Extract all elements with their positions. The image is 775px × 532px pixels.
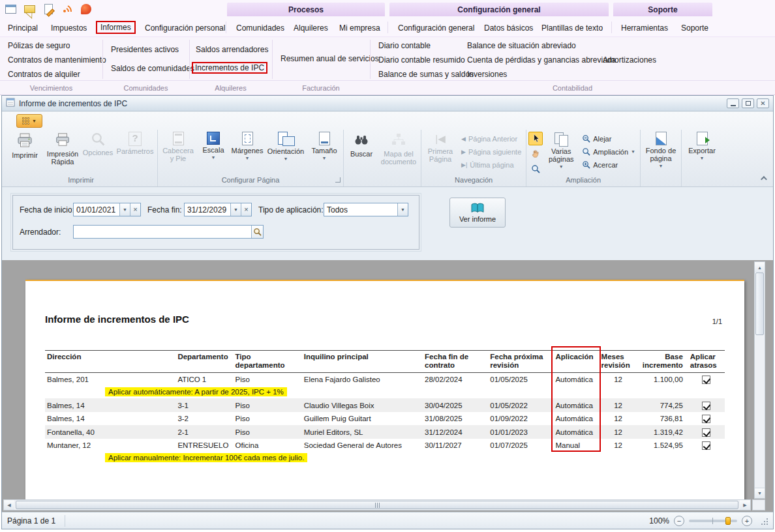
zoom-slider-thumb[interactable]	[725, 517, 731, 525]
menu-item-amortizaciones[interactable]: Amortizaciones	[600, 54, 659, 66]
tab-configuracion-personal[interactable]: Configuración personal	[141, 22, 229, 35]
options-button[interactable]: Opciones	[82, 130, 114, 175]
scroll-down-icon[interactable]: ▼	[755, 488, 765, 498]
orientation-button[interactable]: Orientación ▼	[266, 130, 306, 175]
menu-item-balance-de-situacion-abreviado[interactable]: Balance de situación abreviado	[464, 40, 579, 52]
fecha-inicio-clear-icon[interactable]: ×	[130, 203, 140, 216]
menu-item-polizas-de-seguro[interactable]: Pólizas de seguro	[5, 40, 72, 52]
menu-item-contratos-de-mantenimiento[interactable]: Contratos de mantenimiento	[5, 54, 109, 66]
size-button[interactable]: Tamaño ▼	[307, 130, 341, 175]
horizontal-scrollbar[interactable]: ◀ ▶	[3, 499, 751, 510]
parameters-button[interactable]: ? Parámetros	[115, 130, 155, 175]
minimize-button[interactable]	[727, 98, 739, 108]
tab-impuestos[interactable]: Impuestos	[47, 22, 91, 35]
print-button[interactable]: Imprimir	[7, 130, 43, 175]
col-fecha-fin-contrato: Fecha fin de contrato	[423, 351, 488, 373]
page-background-button[interactable]: Fondo de página ▼	[643, 130, 679, 175]
menu-item-cuenta-de-perdidas-y-ganancias[interactable]: Cuenta de pérdidas y ganancias abreviada	[464, 54, 618, 66]
scale-button[interactable]: Escala ▼	[198, 130, 229, 175]
close-button[interactable]: ✕	[757, 98, 769, 108]
aplicar-atrasos-checkbox[interactable]	[702, 441, 710, 450]
maximize-button[interactable]	[742, 98, 754, 108]
context-group-procesos: Procesos	[227, 3, 385, 16]
tab-mi-empresa[interactable]: Mi empresa	[335, 22, 384, 35]
aplicar-atrasos-checkbox[interactable]	[702, 402, 710, 410]
aplicar-atrasos-checkbox[interactable]	[702, 428, 710, 437]
tab-configuracion-general[interactable]: Configuración general	[394, 22, 478, 35]
horizontal-scroll-thumb[interactable]	[16, 501, 738, 509]
ver-informe-button[interactable]: Ver informe	[449, 198, 506, 228]
document-map-button[interactable]: Mapa del documento	[378, 130, 419, 175]
menu-item-resumen-anual-de-servicios[interactable]: Resumen anual de servicios	[278, 53, 382, 65]
tab-comunidades[interactable]: Comunidades	[232, 22, 288, 35]
tab-soporte[interactable]: Soporte	[677, 22, 712, 35]
dialog-launcher-icon[interactable]	[335, 177, 341, 183]
group-label-empty-1	[346, 175, 419, 185]
report-app-menu-button[interactable]: ▼	[16, 114, 42, 128]
header-footer-button[interactable]: Cabecera y Pie	[160, 130, 196, 175]
hand-tool-button[interactable]	[528, 147, 543, 160]
previous-page-button[interactable]: ◀ Página Anterior	[459, 133, 524, 144]
arrendador-input[interactable]	[73, 225, 264, 239]
fecha-inicio-dropdown-icon[interactable]: ▼	[119, 203, 130, 216]
col-meses-revision: Meses revisión	[600, 351, 637, 373]
multiple-pages-button[interactable]: Varias páginas ▼	[544, 130, 578, 175]
zoom-out-icon[interactable]: −	[674, 516, 684, 526]
menu-item-balance-de-sumas-y-saldos[interactable]: Balance de sumas y saldos	[376, 68, 476, 80]
next-page-button[interactable]: ▶ Página siguiente	[459, 146, 524, 157]
collapse-ribbon-button[interactable]	[757, 173, 768, 183]
zoom-tool-button[interactable]	[528, 162, 543, 175]
arrendador-search-icon[interactable]	[251, 226, 263, 238]
quick-print-button[interactable]: Impresión Rápida	[44, 130, 81, 175]
tipo-aplicacion-select[interactable]: Todos ▼	[324, 203, 408, 216]
edit-document-icon[interactable]	[42, 3, 55, 16]
vertical-scrollbar[interactable]: ▲ ▼	[754, 261, 765, 499]
menu-item-saldos-de-comunidades[interactable]: Saldos de comunidades	[108, 63, 197, 74]
window-icon[interactable]	[4, 3, 17, 16]
tab-plantillas-de-texto[interactable]: Plantillas de texto	[538, 22, 607, 35]
window-title: Informe de incrementos de IPC	[19, 99, 127, 108]
aplicar-atrasos-checkbox[interactable]	[702, 376, 710, 384]
menu-item-inversiones[interactable]: Inversiones	[464, 68, 509, 80]
broadcast-icon[interactable]	[61, 3, 74, 16]
scroll-up-icon[interactable]: ▲	[755, 262, 765, 273]
menu-item-diario-contable-resumido[interactable]: Diario contable resumido	[376, 54, 468, 66]
menu-item-diario-contable[interactable]: Diario contable	[376, 40, 433, 52]
aplicar-atrasos-checkbox[interactable]	[702, 415, 710, 423]
chevron-up-icon	[760, 175, 767, 182]
tab-informes[interactable]: Informes	[96, 21, 136, 34]
tab-herramientas[interactable]: Herramientas	[617, 22, 672, 35]
col-direccion: Dirección	[45, 351, 175, 373]
menu-item-contratos-de-alquiler[interactable]: Contratos de alquiler	[5, 68, 83, 80]
vertical-scroll-thumb[interactable]	[755, 273, 764, 335]
brand-icon[interactable]	[80, 3, 93, 16]
tipo-aplicacion-dropdown-icon[interactable]: ▼	[397, 203, 408, 216]
menu-item-presidentes-activos[interactable]: Presidentes activos	[108, 44, 181, 55]
export-button[interactable]: Exportar ▼	[684, 130, 720, 175]
fecha-fin-dropdown-icon[interactable]: ▼	[230, 203, 241, 216]
zoom-in-button[interactable]: Acercar	[579, 159, 638, 170]
fecha-fin-clear-icon[interactable]: ×	[241, 203, 251, 216]
resize-grip[interactable]	[759, 516, 768, 525]
menu-item-saldos-arrendadores[interactable]: Saldos arrendadores	[193, 44, 271, 55]
tab-principal[interactable]: Principal	[4, 22, 42, 35]
scroll-right-icon[interactable]: ▶	[740, 500, 750, 510]
zoom-out-button[interactable]: Alejar	[579, 133, 638, 144]
zoom-slider[interactable]	[689, 520, 737, 522]
margins-button[interactable]: Márgenes ▼	[230, 130, 264, 175]
search-button[interactable]: Buscar	[346, 130, 377, 175]
last-page-button[interactable]: ▶| Última página	[459, 159, 524, 170]
first-page-button[interactable]: |◀ Primera Página	[423, 130, 457, 175]
pointer-tool-button[interactable]	[528, 132, 543, 145]
zoom-in-icon	[582, 160, 590, 169]
tab-datos-basicos[interactable]: Datos básicos	[480, 22, 537, 35]
yellow-note: Aplicar manualmente: Incrementar 100€ ca…	[105, 453, 307, 462]
fecha-inicio-field[interactable]: 01/01/2021 ▼ ×	[73, 203, 141, 216]
scroll-left-icon[interactable]: ◀	[4, 500, 14, 510]
zoom-in-icon[interactable]: +	[742, 516, 752, 526]
menu-item-incrementos-de-ipc[interactable]: Incrementos de IPC	[192, 62, 267, 74]
tab-alquileres[interactable]: Alquileres	[290, 22, 332, 35]
fecha-fin-field[interactable]: 31/12/2029 ▼ ×	[184, 203, 252, 216]
zoom-level-button[interactable]: Ampliación ▼	[579, 146, 638, 157]
mail-icon[interactable]	[23, 3, 36, 16]
